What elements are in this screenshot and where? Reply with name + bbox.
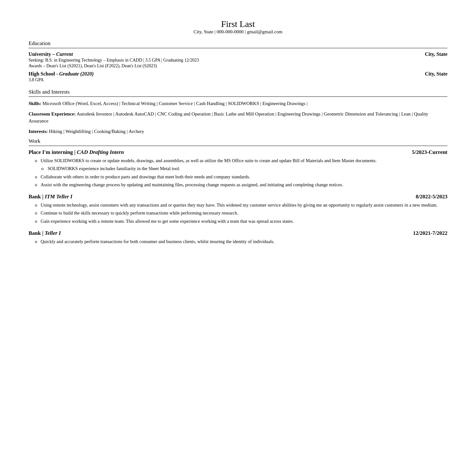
interests-block: Interests: Hiking | Weightlifting | Cook… (29, 128, 447, 135)
work-bullet-0-0: Utilize SOLIDWORKS to create or update m… (35, 157, 447, 164)
work-dates-1: 8/2022-5/2023 (416, 194, 447, 200)
work-bullet-1-1: Continue to build the skills necessary t… (35, 210, 447, 216)
skills-content: Microsoft Office (Word, Excel, Access) |… (41, 101, 307, 106)
university-location: City, State (425, 51, 447, 57)
work-bullet-2-0: Quickly and accurately perform transacti… (35, 238, 447, 245)
resume-header: First Last City, State | 000-000-0000 | … (29, 19, 447, 35)
work-title-0: Place I'm interning | CAD Drafting Inter… (29, 149, 124, 155)
work-dates-2: 12/2021-7/2022 (413, 230, 447, 236)
highschool-location: City, State (425, 71, 447, 77)
classroom-label: Classroom Experience: (29, 111, 76, 116)
work-entry-2: Bank | Teller I12/2021-7/2022Quickly and… (29, 230, 447, 245)
work-dates-0: 5/2023-Current (412, 149, 447, 155)
skills-section-title: Skills and Interests (29, 89, 447, 95)
work-bullets-0: Utilize SOLIDWORKS to create or update m… (29, 157, 447, 188)
highschool-name-status: High School - Graduate (2020) (29, 71, 94, 77)
work-title-1: Bank | ITM Teller I (29, 194, 72, 200)
university-name: University – Current (29, 51, 73, 57)
work-bullet-1-2: Gain experience working with a remote te… (35, 218, 447, 224)
interests-text: Interests: Hiking | Weightlifting | Cook… (29, 128, 447, 135)
university-row: University – Current City, State (29, 51, 447, 57)
work-bullet-0-3: Assist with the engineering change proce… (35, 182, 447, 188)
skills-label: Skills: (29, 101, 41, 106)
highschool-gpa: 3.8 GPA (29, 77, 447, 83)
interests-label: Interests: (29, 129, 48, 134)
interests-content: Hiking | Weightlifting | Cooking/Baking … (48, 129, 144, 134)
full-name: First Last (29, 19, 447, 29)
work-divider (29, 146, 447, 146)
work-entries: Place I'm interning | CAD Drafting Inter… (29, 149, 447, 245)
classroom-content: Autodesk Inventor | Autodesk AutoCAD | C… (29, 111, 428, 124)
work-header-0: Place I'm interning | CAD Drafting Inter… (29, 149, 447, 155)
work-header-2: Bank | Teller I12/2021-7/2022 (29, 230, 447, 236)
work-section-title: Work (29, 138, 447, 144)
university-name-status: University – Current (29, 51, 73, 57)
work-header-1: Bank | ITM Teller I8/2022-5/2023 (29, 194, 447, 200)
work-bullet-0-2: Collaborate with others in order to prod… (35, 174, 447, 180)
education-divider (29, 48, 447, 48)
classroom-text: Classroom Experience: Autodesk Inventor … (29, 110, 447, 125)
university-detail1: Seeking: B.S. in Engineering Technology … (29, 58, 447, 63)
work-entry-0: Place I'm interning | CAD Drafting Inter… (29, 149, 447, 188)
work-bullet-1-0: Using remote technology, assist customer… (35, 202, 447, 208)
contact-info: City, State | 000-000-0000 | gmail@gmail… (29, 29, 447, 35)
education-section-title: Education (29, 40, 447, 47)
work-bullets-1: Using remote technology, assist customer… (29, 202, 447, 224)
classroom-block: Classroom Experience: Autodesk Inventor … (29, 110, 447, 125)
skills-block: Skills: Microsoft Office (Word, Excel, A… (29, 100, 447, 107)
work-entry-1: Bank | ITM Teller I8/2022-5/2023Using re… (29, 194, 447, 224)
skills-divider (29, 96, 447, 97)
highschool-row: High School - Graduate (2020) City, Stat… (29, 71, 447, 83)
university-detail2: Awards – Dean's List (S2021), Dean's Lis… (29, 63, 447, 69)
work-bullets-2: Quickly and accurately perform transacti… (29, 238, 447, 245)
work-bullet-0-1: SOLIDWORKS experience includes familiari… (35, 165, 447, 172)
skills-text: Skills: Microsoft Office (Word, Excel, A… (29, 100, 447, 107)
work-title-2: Bank | Teller I (29, 230, 61, 236)
